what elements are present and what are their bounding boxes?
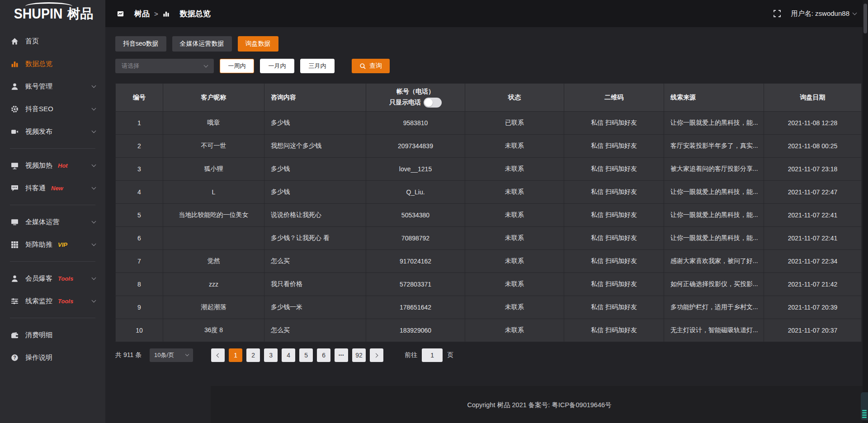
- qr-links[interactable]: 私信 扫码加好友: [564, 273, 664, 296]
- qr-links[interactable]: 私信 扫码加好友: [564, 250, 664, 273]
- qr-links[interactable]: 私信 扫码加好友: [564, 227, 664, 250]
- breadcrumb-chart-icon: [163, 10, 170, 17]
- table-row: 5 当地比较能吃的一位美女 说说价格让我死心 50534380 未联系 私信 扫…: [116, 204, 862, 227]
- scrollbar[interactable]: [863, 0, 868, 423]
- sidebar-item-douketong[interactable]: 抖客通 New: [0, 177, 105, 199]
- sidebar-item-spend-detail[interactable]: 消费明细: [0, 324, 105, 346]
- filter-bar: 请选择 一周内 一月内 三月内 查询: [115, 59, 861, 73]
- lead-source-link[interactable]: 如何正确选择投影仪，买投影...: [664, 273, 764, 296]
- sidebar-item-douyin-seo[interactable]: 抖音SEO: [0, 98, 105, 120]
- page-button-3[interactable]: 3: [264, 348, 278, 362]
- tab-omni-media-data[interactable]: 全媒体运营数据: [172, 36, 232, 52]
- data-tabs: 抖音seo数据 全媒体运营数据 询盘数据: [115, 36, 861, 52]
- qr-links[interactable]: 私信 扫码加好友: [564, 181, 664, 204]
- lead-source-link[interactable]: 客厅安装投影半年多了，真实...: [664, 135, 764, 158]
- page-button-92[interactable]: 92: [352, 348, 366, 362]
- lead-source-link[interactable]: 让你一眼就爱上的黑科技，能...: [664, 112, 764, 135]
- cell-content: 多少钱: [264, 112, 366, 135]
- page-button-2[interactable]: 2: [246, 348, 260, 362]
- breadcrumb-current[interactable]: 数据总览: [163, 9, 211, 19]
- page-button-4[interactable]: 4: [282, 348, 295, 362]
- phone-only-toggle[interactable]: [424, 98, 442, 108]
- goto-page-input[interactable]: 1: [422, 348, 443, 362]
- sidebar-item-label: 会员爆客: [25, 274, 52, 283]
- qr-links[interactable]: 私信 扫码加好友: [564, 158, 664, 181]
- lead-source-link[interactable]: 多功能护栏灯，适用于乡村文...: [664, 296, 764, 319]
- lead-source-link[interactable]: 让你一眼就爱上的黑科技，能...: [664, 204, 764, 227]
- sidebar-item-account-mgmt[interactable]: 账号管理: [0, 75, 105, 98]
- breadcrumb-site-icon: [117, 10, 124, 17]
- status-badge: 未联系: [465, 250, 564, 273]
- cell-content: 多少钱: [264, 158, 366, 181]
- chevron-down-icon: [92, 241, 96, 246]
- chevron-down-icon: [185, 352, 189, 356]
- cell-account: love__1215: [366, 158, 465, 181]
- page-ellipsis-button[interactable]: •••: [335, 348, 348, 362]
- page-button-5[interactable]: 5: [299, 348, 313, 362]
- cell-date: 2021-11-07 21:42: [764, 273, 862, 296]
- tab-douyin-seo-data[interactable]: 抖音seo数据: [115, 36, 166, 52]
- query-button[interactable]: 查询: [352, 59, 390, 73]
- sidebar-item-home[interactable]: 首页: [0, 30, 105, 52]
- cell-nickname: L: [163, 181, 264, 204]
- col-nickname: 客户昵称: [163, 84, 264, 112]
- chevron-left-icon: [217, 353, 221, 357]
- filter-select-placeholder: 请选择: [122, 62, 139, 70]
- sidebar-item-label: 线索监控: [25, 297, 52, 306]
- chevron-down-icon: [92, 83, 96, 88]
- sidebar-item-video-publish[interactable]: 视频发布: [0, 120, 105, 143]
- cell-date: 2021-11-07 20:39: [764, 296, 862, 319]
- cell-nickname: 狐小狸: [163, 158, 264, 181]
- chevron-down-icon: [92, 106, 96, 110]
- scrollbar-thumb[interactable]: [863, 4, 867, 33]
- qr-links[interactable]: 私信 扫码加好友: [564, 112, 664, 135]
- breadcrumb-home[interactable]: 树品: [117, 9, 150, 19]
- query-button-label: 查询: [369, 62, 382, 70]
- logo[interactable]: SHUPIN 树品: [0, 0, 105, 28]
- breadcrumb-home-label: 树品: [134, 9, 150, 19]
- qr-links[interactable]: 私信 扫码加好友: [564, 319, 664, 342]
- range-one-month-button[interactable]: 一月内: [260, 59, 294, 73]
- toggle-knob: [425, 99, 433, 107]
- sidebar-item-label: 视频加热: [25, 161, 52, 170]
- page-button-1[interactable]: 1: [229, 348, 242, 362]
- qr-links[interactable]: 私信 扫码加好友: [564, 135, 664, 158]
- sidebar-item-matrix-boost[interactable]: 矩阵助推 VIP: [0, 233, 105, 256]
- next-page-button[interactable]: [370, 348, 383, 362]
- sidebar-item-label: 全媒体运营: [25, 218, 59, 226]
- logo-text-cn: 树品: [67, 5, 94, 23]
- page-size-select[interactable]: 10条/页: [150, 348, 193, 362]
- lead-source-link[interactable]: 无主灯设计，智能磁吸轨道灯...: [664, 319, 764, 342]
- qr-links[interactable]: 私信 扫码加好友: [564, 296, 664, 319]
- user-menu[interactable]: 用户名: zswodun88: [791, 9, 856, 18]
- lead-source-link[interactable]: 被大家追着问的客厅投影分享...: [664, 158, 764, 181]
- sidebar-item-data-overview[interactable]: 数据总览: [0, 52, 105, 75]
- cell-number: 8: [116, 273, 163, 296]
- range-three-month-button[interactable]: 三月内: [300, 59, 335, 73]
- goto-page: 前往 1 页: [405, 348, 453, 362]
- sidebar-item-omni-media[interactable]: 全媒体运营: [0, 211, 105, 233]
- prev-page-button[interactable]: [211, 348, 225, 362]
- sidebar-item-instructions[interactable]: ? 操作说明: [0, 346, 105, 369]
- filter-select[interactable]: 请选择: [115, 59, 214, 73]
- cell-nickname: 36度 8: [163, 319, 264, 342]
- goto-label: 前往: [405, 351, 417, 359]
- fullscreen-icon[interactable]: [773, 9, 781, 18]
- status-badge: 已联系: [465, 112, 564, 135]
- range-one-week-button[interactable]: 一周内: [220, 59, 254, 73]
- lead-source-link[interactable]: 感谢大家喜欢我家，被问了好...: [664, 250, 764, 273]
- qr-links[interactable]: 私信 扫码加好友: [564, 204, 664, 227]
- tab-inquiry-data[interactable]: 询盘数据: [238, 36, 278, 52]
- sidebar-item-lead-monitor[interactable]: 线索监控 Tools: [0, 290, 105, 312]
- sidebar-item-member-burst[interactable]: 会员爆客 Tools: [0, 267, 105, 290]
- col-content: 咨询内容: [264, 84, 366, 112]
- browser-extension-widget[interactable]: [861, 392, 868, 420]
- lead-source-link[interactable]: 让你一眼就爱上的黑科技，能...: [664, 181, 764, 204]
- lead-source-link[interactable]: 让你一眼就爱上的黑科技，能...: [664, 227, 764, 250]
- cell-number: 3: [116, 158, 163, 181]
- cell-date: 2021-11-07 22:41: [764, 204, 862, 227]
- sidebar-item-video-heat[interactable]: 视频加热 Hot: [0, 154, 105, 177]
- gear-icon: [11, 105, 19, 113]
- cell-number: 9: [116, 296, 163, 319]
- page-button-6[interactable]: 6: [317, 348, 330, 362]
